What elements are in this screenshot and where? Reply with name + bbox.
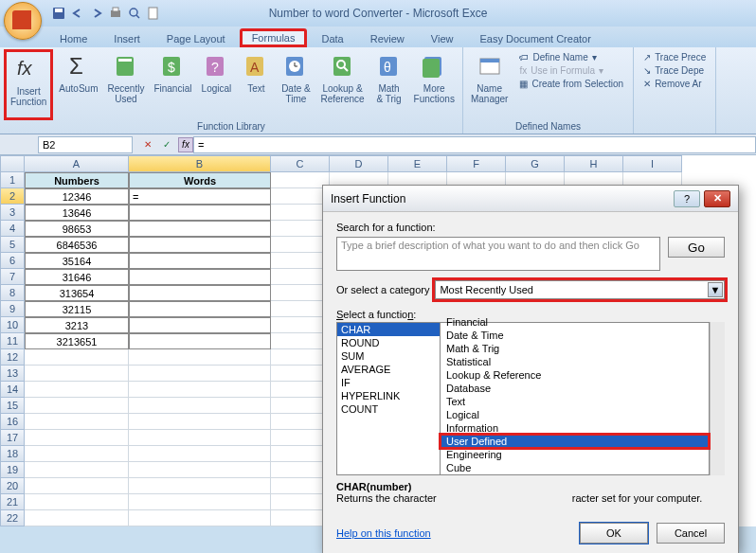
- cell-b6[interactable]: [129, 253, 271, 269]
- formula-input[interactable]: [193, 136, 756, 153]
- dropdown-arrow-icon[interactable]: ▼: [708, 282, 723, 297]
- cell[interactable]: [129, 382, 271, 398]
- cell[interactable]: [271, 398, 330, 414]
- save-icon[interactable]: [51, 6, 66, 21]
- name-box[interactable]: [38, 136, 133, 153]
- date-time-button[interactable]: Date & Time: [277, 49, 315, 120]
- col-header-f[interactable]: F: [447, 155, 506, 172]
- cell[interactable]: [129, 510, 271, 526]
- row-header-2[interactable]: 2: [0, 188, 25, 205]
- help-on-function-link[interactable]: Help on this function: [336, 527, 431, 539]
- cell[interactable]: [129, 366, 271, 382]
- tab-formulas[interactable]: Formulas: [240, 28, 308, 47]
- cell[interactable]: [271, 301, 330, 317]
- new-icon[interactable]: [146, 6, 161, 21]
- cell[interactable]: [129, 430, 271, 446]
- cell-b8[interactable]: [129, 285, 271, 301]
- autosum-button[interactable]: Σ AutoSum: [55, 49, 101, 120]
- trace-dependents-button[interactable]: ↘Trace Depe: [639, 64, 710, 77]
- go-button[interactable]: Go: [668, 237, 725, 258]
- use-in-formula-button[interactable]: fxUse in Formula ▾: [515, 64, 627, 77]
- cell[interactable]: [25, 510, 129, 526]
- function-item-round[interactable]: ROUND: [337, 336, 440, 349]
- cell[interactable]: [271, 269, 330, 285]
- col-header-c[interactable]: C: [271, 155, 330, 172]
- cell[interactable]: [25, 494, 129, 510]
- col-header-d[interactable]: D: [330, 155, 388, 172]
- col-header-i[interactable]: I: [623, 155, 682, 172]
- cell-a6[interactable]: 35164: [25, 253, 129, 269]
- col-header-b[interactable]: B: [129, 155, 271, 172]
- cell-b3[interactable]: [129, 205, 271, 221]
- row-header-17[interactable]: 17: [0, 430, 25, 446]
- cell[interactable]: [271, 430, 330, 446]
- function-item-hyperlink[interactable]: HYPERLINK: [337, 389, 440, 402]
- category-item-logical[interactable]: Logical: [441, 408, 709, 421]
- row-header-11[interactable]: 11: [0, 333, 25, 349]
- cell-a9[interactable]: 32115: [25, 301, 129, 317]
- dialog-help-button[interactable]: ?: [674, 190, 700, 207]
- cell[interactable]: [271, 253, 330, 269]
- col-header-g[interactable]: G: [506, 155, 565, 172]
- dialog-close-button[interactable]: ✕: [704, 190, 730, 207]
- tab-review[interactable]: Review: [358, 29, 417, 47]
- category-item-engineering[interactable]: Engineering: [441, 448, 709, 461]
- tab-easy-document-creator[interactable]: Easy Document Creator: [467, 29, 603, 47]
- cell-a10[interactable]: 3213: [25, 317, 129, 333]
- col-header-e[interactable]: E: [388, 155, 447, 172]
- cell[interactable]: [25, 382, 129, 398]
- cell[interactable]: [25, 349, 129, 366]
- search-function-input[interactable]: Type a brief description of what you wan…: [336, 237, 660, 271]
- category-item-text[interactable]: Text: [441, 395, 709, 408]
- math-trig-button[interactable]: θ Math & Trig: [370, 49, 408, 120]
- cell[interactable]: [271, 414, 330, 430]
- row-header-4[interactable]: 4: [0, 221, 25, 237]
- cancel-formula-icon[interactable]: ✕: [140, 137, 155, 152]
- cell[interactable]: [129, 414, 271, 430]
- office-button[interactable]: [4, 2, 42, 40]
- cell[interactable]: [25, 366, 129, 382]
- cell-a4[interactable]: 98653: [25, 221, 129, 237]
- cell[interactable]: [25, 478, 129, 494]
- cell-a3[interactable]: 13646: [25, 205, 129, 221]
- cell-a8[interactable]: 313654: [25, 285, 129, 301]
- ok-button[interactable]: OK: [580, 523, 648, 544]
- function-list[interactable]: CHAR ROUND SUM AVERAGE IF HYPERLINK COUN…: [336, 322, 441, 475]
- cell[interactable]: [25, 430, 129, 446]
- row-header-8[interactable]: 8: [0, 285, 25, 301]
- tab-insert[interactable]: Insert: [101, 29, 153, 47]
- cell-a11[interactable]: 3213651: [25, 333, 129, 349]
- row-header-14[interactable]: 14: [0, 382, 25, 398]
- function-list-scrollbar[interactable]: [710, 322, 725, 475]
- function-item-if[interactable]: IF: [337, 376, 440, 389]
- col-header-a[interactable]: A: [25, 155, 129, 172]
- function-item-sum[interactable]: SUM: [337, 349, 440, 363]
- cell-b1[interactable]: Words: [129, 172, 271, 188]
- cell-b7[interactable]: [129, 269, 271, 285]
- category-item-cube[interactable]: Cube: [441, 461, 709, 474]
- name-manager-button[interactable]: Name Manager: [467, 49, 512, 120]
- cell[interactable]: [271, 221, 330, 237]
- row-header-1[interactable]: 1: [0, 172, 25, 188]
- category-item-information[interactable]: Information: [441, 421, 709, 435]
- cell[interactable]: [271, 333, 330, 349]
- function-item-char[interactable]: CHAR: [337, 323, 440, 336]
- cell-b9[interactable]: [129, 301, 271, 317]
- row-header-9[interactable]: 9: [0, 301, 25, 317]
- row-header-12[interactable]: 12: [0, 349, 25, 366]
- logical-button[interactable]: ? Logical: [197, 49, 235, 120]
- define-name-button[interactable]: 🏷Define Name ▾: [515, 51, 627, 63]
- function-item-average[interactable]: AVERAGE: [337, 363, 440, 376]
- cell[interactable]: [271, 349, 330, 366]
- cell-b4[interactable]: [129, 221, 271, 237]
- recently-used-button[interactable]: Recently Used: [104, 49, 149, 120]
- category-item-user-defined[interactable]: User Defined: [441, 435, 709, 448]
- row-header-6[interactable]: 6: [0, 253, 25, 269]
- row-header-20[interactable]: 20: [0, 478, 25, 494]
- redo-icon[interactable]: [89, 6, 104, 21]
- print-icon[interactable]: [108, 6, 123, 21]
- row-header-3[interactable]: 3: [0, 205, 25, 221]
- row-header-19[interactable]: 19: [0, 462, 25, 478]
- cell[interactable]: [129, 462, 271, 478]
- cell[interactable]: [271, 446, 330, 462]
